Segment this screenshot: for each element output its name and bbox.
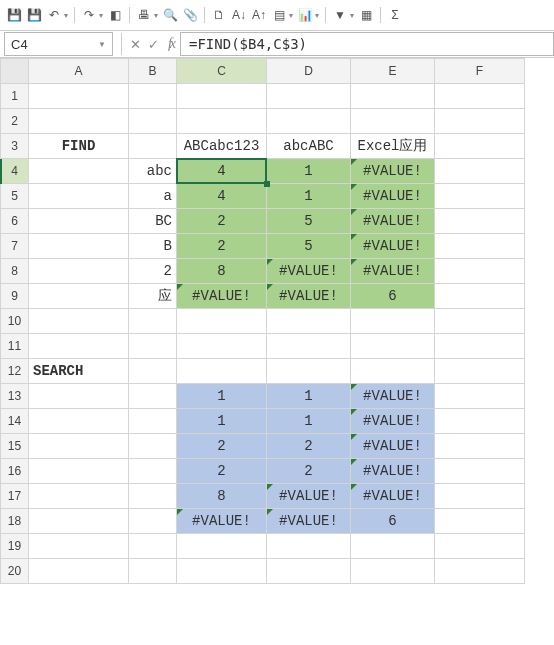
formula-input[interactable]: =FIND($B4,C$3) (180, 32, 554, 56)
cell-A10[interactable] (29, 309, 129, 334)
cell-C12[interactable] (177, 359, 267, 384)
cell-A6[interactable] (29, 209, 129, 234)
cell-A5[interactable] (29, 184, 129, 209)
cell-F19[interactable] (435, 534, 525, 559)
cell-A16[interactable] (29, 459, 129, 484)
column-header-A[interactable]: A (29, 59, 129, 84)
cell-D16[interactable]: 2 (267, 459, 351, 484)
cell-F10[interactable] (435, 309, 525, 334)
cell-E10[interactable] (351, 309, 435, 334)
cell-B7[interactable]: B (129, 234, 177, 259)
redo-icon[interactable]: ↷ (81, 7, 97, 23)
cell-A7[interactable] (29, 234, 129, 259)
preview-icon[interactable]: 🔍 (162, 7, 178, 23)
cell-F13[interactable] (435, 384, 525, 409)
cell-F7[interactable] (435, 234, 525, 259)
cell-B2[interactable] (129, 109, 177, 134)
cell-E9[interactable]: 6 (351, 284, 435, 309)
row-header-8[interactable]: 8 (1, 259, 29, 284)
cell-F9[interactable] (435, 284, 525, 309)
cell-D20[interactable] (267, 559, 351, 584)
select-all-corner[interactable] (1, 59, 29, 84)
cell-C20[interactable] (177, 559, 267, 584)
row-header-2[interactable]: 2 (1, 109, 29, 134)
cell-E17[interactable]: #VALUE! (351, 484, 435, 509)
cell-F12[interactable] (435, 359, 525, 384)
cell-B6[interactable]: BC (129, 209, 177, 234)
cell-D8[interactable]: #VALUE! (267, 259, 351, 284)
cell-E11[interactable] (351, 334, 435, 359)
cell-D2[interactable] (267, 109, 351, 134)
cell-B1[interactable] (129, 84, 177, 109)
cell-A13[interactable] (29, 384, 129, 409)
row-header-15[interactable]: 15 (1, 434, 29, 459)
table-icon[interactable]: ▤ (271, 7, 287, 23)
cell-E4[interactable]: #VALUE! (351, 159, 435, 184)
cell-C9[interactable]: #VALUE! (177, 284, 267, 309)
dropdown-caret-icon[interactable]: ▾ (350, 11, 354, 20)
column-header-D[interactable]: D (267, 59, 351, 84)
cell-A18[interactable] (29, 509, 129, 534)
cell-B14[interactable] (129, 409, 177, 434)
cell-D6[interactable]: 5 (267, 209, 351, 234)
cell-A12[interactable]: SEARCH (29, 359, 129, 384)
row-header-1[interactable]: 1 (1, 84, 29, 109)
row-header-14[interactable]: 14 (1, 409, 29, 434)
cell-C18[interactable]: #VALUE! (177, 509, 267, 534)
cell-A17[interactable] (29, 484, 129, 509)
save-icon[interactable]: 💾 (6, 7, 22, 23)
cell-B9[interactable]: 应 (129, 284, 177, 309)
newdoc-icon[interactable]: 🗋 (211, 7, 227, 23)
dropdown-caret-icon[interactable]: ▾ (315, 11, 319, 20)
name-box[interactable]: C4 ▼ (4, 32, 113, 56)
cell-C13[interactable]: 1 (177, 384, 267, 409)
cell-F3[interactable] (435, 134, 525, 159)
cell-B11[interactable] (129, 334, 177, 359)
print-icon[interactable]: 🖶 (136, 7, 152, 23)
cell-B4[interactable]: abc (129, 159, 177, 184)
column-header-C[interactable]: C (177, 59, 267, 84)
column-header-E[interactable]: E (351, 59, 435, 84)
cell-C6[interactable]: 2 (177, 209, 267, 234)
cell-B13[interactable] (129, 384, 177, 409)
cell-C14[interactable]: 1 (177, 409, 267, 434)
cell-D19[interactable] (267, 534, 351, 559)
cell-F1[interactable] (435, 84, 525, 109)
cell-F15[interactable] (435, 434, 525, 459)
cell-F8[interactable] (435, 259, 525, 284)
cell-D12[interactable] (267, 359, 351, 384)
cell-F20[interactable] (435, 559, 525, 584)
chart-icon[interactable]: 📊 (297, 7, 313, 23)
cell-B15[interactable] (129, 434, 177, 459)
cell-D11[interactable] (267, 334, 351, 359)
cell-A3[interactable]: FIND (29, 134, 129, 159)
cell-F14[interactable] (435, 409, 525, 434)
cell-B16[interactable] (129, 459, 177, 484)
chevron-down-icon[interactable]: ▼ (98, 40, 106, 49)
attach-icon[interactable]: 📎 (182, 7, 198, 23)
cell-C10[interactable] (177, 309, 267, 334)
cell-E2[interactable] (351, 109, 435, 134)
sum-icon[interactable]: Σ (387, 7, 403, 23)
cell-A14[interactable] (29, 409, 129, 434)
row-header-11[interactable]: 11 (1, 334, 29, 359)
sort-asc-icon[interactable]: A↓ (231, 7, 247, 23)
cell-F5[interactable] (435, 184, 525, 209)
cell-D18[interactable]: #VALUE! (267, 509, 351, 534)
color-icon[interactable]: ◧ (107, 7, 123, 23)
column-header-F[interactable]: F (435, 59, 525, 84)
cell-E20[interactable] (351, 559, 435, 584)
cell-F4[interactable] (435, 159, 525, 184)
cell-B20[interactable] (129, 559, 177, 584)
cell-D3[interactable]: abcABC (267, 134, 351, 159)
cell-B8[interactable]: 2 (129, 259, 177, 284)
row-header-6[interactable]: 6 (1, 209, 29, 234)
cell-D4[interactable]: 1 (267, 159, 351, 184)
cell-F11[interactable] (435, 334, 525, 359)
cell-F17[interactable] (435, 484, 525, 509)
cell-C2[interactable] (177, 109, 267, 134)
cell-E7[interactable]: #VALUE! (351, 234, 435, 259)
row-header-5[interactable]: 5 (1, 184, 29, 209)
cell-B12[interactable] (129, 359, 177, 384)
cell-B10[interactable] (129, 309, 177, 334)
